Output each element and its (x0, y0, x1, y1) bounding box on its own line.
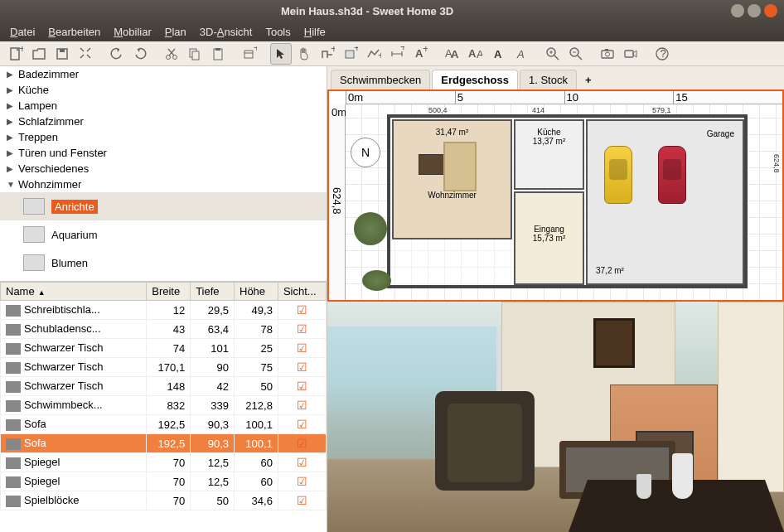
visibility-checkbox[interactable]: ☑ (297, 341, 307, 355)
level-tab[interactable]: Schwimmbecken (331, 70, 430, 89)
visibility-checkbox[interactable]: ☑ (297, 475, 307, 488)
catalog-item-anrichte[interactable]: Anrichte (0, 192, 327, 220)
svg-text:A: A (494, 48, 502, 60)
expand-icon: ▶ (7, 101, 15, 110)
window-title: Mein Haus.sh3d - Sweet Home 3D (7, 5, 728, 17)
category-schlafzimmer[interactable]: ▶Schlafzimmer (0, 114, 327, 129)
level-tab[interactable]: Erdgeschoss (432, 70, 518, 89)
table-row[interactable]: Spiegel7012,560☑ (1, 472, 327, 491)
menu-3d-ansicht[interactable]: 3D-Ansicht (193, 26, 259, 38)
window-titlebar: Mein Haus.sh3d - Sweet Home 3D (0, 0, 784, 22)
undo-button[interactable] (106, 43, 128, 65)
level-tab[interactable]: 1. Stock (520, 70, 577, 89)
view-3d[interactable] (327, 302, 784, 532)
add-furniture-button[interactable]: + (239, 43, 260, 65)
car-red-icon (658, 146, 686, 204)
furniture-table[interactable]: Name▲BreiteTiefeHöheSicht...Schreibtisch… (0, 282, 327, 510)
plan-canvas[interactable]: N 500,4 414 579,1 624,8 31,47 m² Wohnzim… (346, 104, 782, 300)
table-row[interactable]: Schwimmbeck...832339212,8☑ (1, 396, 327, 415)
furniture-catalog-tree[interactable]: ▶Badezimmer▶Küche▶Lampen▶Schlafzimmer▶Tr… (0, 66, 327, 282)
table-row[interactable]: Schreibtischla...1229,549,3☑ (1, 301, 327, 320)
pan-tool-button[interactable] (293, 43, 315, 65)
table-row[interactable]: Schwarzer Tisch7410125☑ (1, 339, 327, 358)
wall-tool-button[interactable]: + (317, 43, 338, 65)
column-header[interactable]: Tiefe (191, 283, 235, 301)
column-header[interactable]: Breite (147, 283, 191, 301)
dimension-tool-button[interactable]: + (386, 43, 408, 65)
menu-tools[interactable]: Tools (259, 26, 297, 38)
room-kitchen[interactable]: Küche 13,37 m² (514, 119, 584, 190)
column-header[interactable]: Name▲ (1, 283, 147, 301)
table-row[interactable]: Schubladensc...4363,478☑ (1, 320, 327, 339)
category-lampen[interactable]: ▶Lampen (0, 98, 327, 114)
visibility-checkbox[interactable]: ☑ (297, 322, 307, 336)
plan-2d-view[interactable]: 0m51015 0m 624,8 N 500,4 414 579,1 624,8… (327, 89, 784, 302)
open-button[interactable] (28, 43, 50, 65)
settings-button[interactable] (75, 43, 96, 65)
column-header[interactable]: Sicht... (278, 283, 326, 301)
text-bold-button[interactable]: A (487, 43, 509, 65)
catalog-item-blumen[interactable]: Blumen (0, 249, 327, 277)
column-header[interactable]: Höhe (235, 283, 278, 301)
visibility-checkbox[interactable]: ☑ (297, 399, 307, 412)
new-button[interactable]: + (5, 43, 27, 65)
category-label: Küche (18, 84, 49, 96)
zoom-in-button[interactable] (542, 43, 564, 65)
menu-datei[interactable]: Datei (3, 26, 41, 38)
visibility-checkbox[interactable]: ☑ (297, 437, 307, 450)
paste-button[interactable] (207, 43, 229, 65)
room-tool-button[interactable]: + (340, 43, 361, 65)
expand-icon: ▶ (7, 85, 15, 94)
copy-button[interactable] (184, 43, 206, 65)
table-row[interactable]: Sofa192,590,3100,1☑ (1, 415, 327, 434)
car-yellow-icon (604, 146, 632, 204)
visibility-checkbox[interactable]: ☑ (297, 303, 307, 317)
menu-bearbeiten[interactable]: Bearbeiten (41, 26, 107, 38)
help-button[interactable]: ? (651, 43, 673, 65)
visibility-checkbox[interactable]: ☑ (297, 494, 307, 507)
menu-plan[interactable]: Plan (158, 26, 193, 38)
visibility-checkbox[interactable]: ☑ (297, 456, 307, 469)
room-entry[interactable]: Eingang 15,73 m² (514, 191, 584, 285)
text-italic-button[interactable]: A (511, 43, 532, 65)
menu-mobiliar[interactable]: Mobiliar (107, 26, 158, 38)
svg-rect-3 (60, 49, 65, 52)
catalog-item-aquarium[interactable]: Aquarium (0, 220, 327, 249)
category-badezimmer[interactable]: ▶Badezimmer (0, 66, 327, 82)
window-close-button[interactable] (764, 4, 777, 17)
category-küche[interactable]: ▶Küche (0, 82, 327, 98)
cut-button[interactable] (161, 43, 182, 65)
table-row[interactable]: Schwarzer Tisch170,19075☑ (1, 358, 327, 377)
table-row[interactable]: Sofa192,590,3100,1☑ (1, 434, 327, 453)
glass-icon (636, 474, 651, 499)
category-wohnzimmer[interactable]: ▼Wohnzimmer (0, 177, 327, 192)
text-decrease-button[interactable]: AA (464, 43, 486, 65)
select-tool-button[interactable] (270, 43, 292, 65)
category-treppen[interactable]: ▶Treppen (0, 129, 327, 145)
add-level-button[interactable]: + (578, 70, 598, 89)
photo-button[interactable] (597, 43, 618, 65)
window-minimize-button[interactable] (731, 4, 744, 17)
table-row[interactable]: Spiegel7012,560☑ (1, 453, 327, 472)
category-türen-und-fenster[interactable]: ▶Türen und Fenster (0, 145, 327, 161)
save-button[interactable] (51, 43, 73, 65)
svg-rect-30 (625, 51, 633, 57)
redo-button[interactable] (129, 43, 151, 65)
category-verschiedenes[interactable]: ▶Verschiedenes (0, 161, 327, 177)
table-row[interactable]: Spielblöcke705034,6☑ (1, 491, 327, 510)
dimension-label: 500,4 (428, 106, 448, 114)
text-increase-button[interactable]: AA (441, 43, 462, 65)
visibility-checkbox[interactable]: ☑ (297, 360, 307, 374)
table-row[interactable]: Schwarzer Tisch1484250☑ (1, 377, 327, 396)
main-toolbar: + + + + + + A+ AA AA A A ? (0, 41, 784, 66)
video-button[interactable] (620, 43, 641, 65)
room-living[interactable]: 31,47 m² Wohnzimmer (392, 119, 512, 239)
visibility-checkbox[interactable]: ☑ (297, 380, 307, 393)
menu-hilfe[interactable]: Hilfe (298, 26, 332, 38)
text-tool-button[interactable]: A+ (409, 43, 431, 65)
polyline-tool-button[interactable]: + (363, 43, 385, 65)
window-maximize-button[interactable] (748, 4, 761, 17)
room-garage[interactable]: Garage 37,2 m² (586, 119, 744, 285)
visibility-checkbox[interactable]: ☑ (297, 418, 307, 431)
zoom-out-button[interactable] (565, 43, 587, 65)
